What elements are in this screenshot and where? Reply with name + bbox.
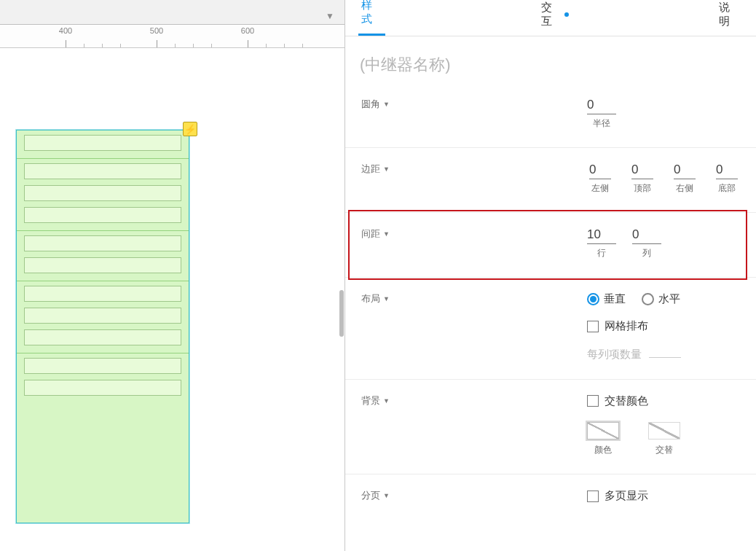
margin-bottom-field[interactable]: 底部 xyxy=(714,163,740,195)
repeater-cell[interactable] xyxy=(24,235,181,251)
items-per-column-input[interactable] xyxy=(649,357,681,358)
repeater-cell[interactable] xyxy=(24,257,181,273)
repeater-cell[interactable] xyxy=(24,163,181,179)
repeater-item[interactable] xyxy=(17,281,189,353)
margin-bottom-input[interactable] xyxy=(716,163,738,179)
margin-top-field[interactable]: 顶部 xyxy=(629,163,655,195)
radius-field[interactable]: 半径 xyxy=(587,98,616,130)
repeater-cell[interactable] xyxy=(24,286,181,302)
inspector-panel: 样式 交互 说明 (中继器名称) 圆角▼ 半径 xyxy=(345,0,756,551)
tab-interactions-label: 交互 xyxy=(541,1,562,28)
checkbox-unchecked-icon xyxy=(587,491,599,502)
margin-top-input[interactable] xyxy=(631,163,653,179)
repeater-cell[interactable] xyxy=(24,358,181,374)
spacing-row-input[interactable] xyxy=(587,227,616,244)
tab-notes[interactable]: 说明 xyxy=(716,1,743,36)
layout-horizontal-radio[interactable]: 水平 xyxy=(642,292,680,306)
tab-style[interactable]: 样式 xyxy=(358,0,385,36)
section-layout: 布局▼ 垂直 水平 xyxy=(345,278,756,380)
repeater-item[interactable] xyxy=(17,231,189,281)
layout-orientation-radio-group: 垂直 水平 xyxy=(587,292,740,306)
repeater-item[interactable] xyxy=(17,130,189,159)
multi-page-checkbox[interactable]: 多页显示 xyxy=(587,489,648,503)
section-label[interactable]: 边距▼ xyxy=(361,163,587,176)
ruler-tick-label: 400 xyxy=(59,26,72,35)
section-label[interactable]: 圆角▼ xyxy=(361,98,587,111)
section-margin: 边距▼ 左侧 顶部 右侧 xyxy=(345,148,756,213)
widget-name-input[interactable]: (中继器名称) xyxy=(345,36,756,83)
section-pagination: 分页▼ 多页显示 xyxy=(345,474,756,522)
repeater-item[interactable] xyxy=(17,159,189,231)
inspector-tabs: 样式 交互 说明 xyxy=(345,0,756,36)
ruler-tick-label: 600 xyxy=(241,26,254,35)
spacing-row-field[interactable]: 行 xyxy=(587,227,616,259)
background-color-swatch[interactable] xyxy=(587,422,619,439)
radio-unchecked-icon xyxy=(642,293,654,305)
repeater-item[interactable] xyxy=(17,353,189,403)
swatch-label: 交替 xyxy=(655,444,673,456)
chevron-down-icon: ▼ xyxy=(383,492,390,499)
spacing-col-input[interactable] xyxy=(632,227,661,244)
toolbar-strip: ▼ xyxy=(0,0,344,25)
repeater-widget[interactable]: ⚡ xyxy=(16,130,189,523)
section-label[interactable]: 分页▼ xyxy=(361,489,587,502)
ruler-tick-label: 500 xyxy=(150,26,163,35)
section-corner-radius: 圆角▼ 半径 xyxy=(345,83,756,148)
interaction-indicator-dot xyxy=(564,12,569,17)
repeater-cell[interactable] xyxy=(24,135,181,151)
repeater-cell[interactable] xyxy=(24,380,181,396)
toolbar-dropdown-icon[interactable]: ▼ xyxy=(326,11,334,24)
section-spacing: 间距▼ 行 列 xyxy=(345,213,756,278)
margin-left-field[interactable]: 左侧 xyxy=(587,163,613,195)
repeater-cell[interactable] xyxy=(24,329,181,345)
radio-checked-icon xyxy=(587,293,599,305)
chevron-down-icon: ▼ xyxy=(383,397,390,405)
checkbox-unchecked-icon xyxy=(587,321,599,332)
section-label[interactable]: 间距▼ xyxy=(361,227,587,241)
radius-input[interactable] xyxy=(587,98,616,114)
chevron-down-icon: ▼ xyxy=(383,295,390,302)
chevron-down-icon: ▼ xyxy=(383,230,390,238)
alternate-color-checkbox[interactable]: 交替颜色 xyxy=(587,394,648,408)
layout-vertical-radio[interactable]: 垂直 xyxy=(587,292,626,306)
layout-grid-checkbox[interactable]: 网格排布 xyxy=(587,319,648,333)
design-canvas[interactable]: ⚡ xyxy=(0,48,344,551)
canvas-pane[interactable]: ▼ 400 500 600 ⚡ xyxy=(0,0,345,551)
checkbox-unchecked-icon xyxy=(587,395,599,407)
section-background: 背景▼ 交替颜色 颜色 xyxy=(345,380,756,475)
chevron-down-icon: ▼ xyxy=(383,101,390,108)
margin-right-field[interactable]: 右侧 xyxy=(672,163,698,195)
scrollbar-thumb[interactable] xyxy=(339,290,344,337)
swatch-label: 颜色 xyxy=(594,444,612,456)
tab-interactions[interactable]: 交互 xyxy=(538,1,572,36)
field-sublabel: 半径 xyxy=(593,117,610,130)
lightning-icon[interactable]: ⚡ xyxy=(183,122,197,136)
horizontal-ruler: 400 500 600 xyxy=(0,25,344,48)
spacing-col-field[interactable]: 列 xyxy=(632,227,661,259)
repeater-cell[interactable] xyxy=(24,207,181,223)
repeater-cell[interactable] xyxy=(24,185,181,201)
section-label[interactable]: 布局▼ xyxy=(361,292,587,305)
background-alt-color-swatch[interactable] xyxy=(648,422,680,439)
margin-left-input[interactable] xyxy=(589,163,611,179)
repeater-cell[interactable] xyxy=(24,308,181,324)
chevron-down-icon: ▼ xyxy=(383,165,390,173)
margin-right-input[interactable] xyxy=(674,163,696,179)
items-per-column-field: 每列项数量 xyxy=(587,348,740,362)
section-label[interactable]: 背景▼ xyxy=(361,394,587,407)
